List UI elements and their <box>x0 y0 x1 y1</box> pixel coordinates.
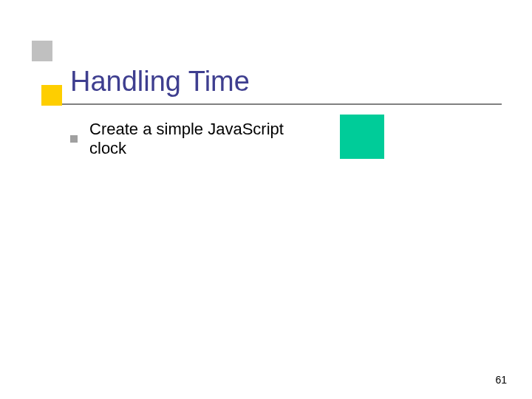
decorative-yellow-square <box>41 85 62 106</box>
slide-title: Handling Time <box>70 65 250 99</box>
list-item: Create a simple JavaScript clock <box>70 120 321 158</box>
decorative-teal-square <box>340 115 384 159</box>
title-underline <box>62 103 502 105</box>
page-number: 61 <box>495 374 507 386</box>
bullet-list: Create a simple JavaScript clock <box>70 120 321 158</box>
bullet-icon <box>70 135 78 143</box>
bullet-text: Create a simple JavaScript clock <box>89 120 321 158</box>
decorative-gray-square <box>32 41 52 61</box>
